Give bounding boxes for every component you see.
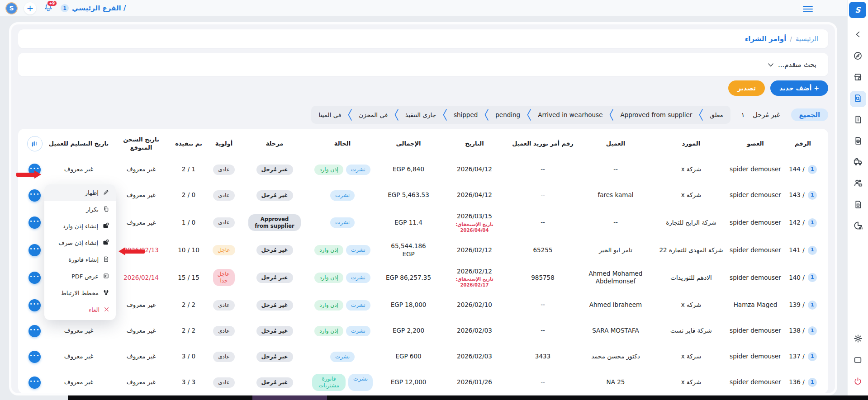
quick-add-button[interactable]: + (24, 2, 36, 14)
table-row[interactable]: 140 /1 spider demouser الادهم للتوريدات … (24, 265, 823, 291)
annotation-arrow-to-create-issue (119, 247, 147, 256)
workflow-tab[interactable]: فى المخزن (359, 111, 388, 118)
sidebar-item-settings[interactable] (850, 331, 866, 348)
ship-date-cell: غير معروف (112, 216, 171, 230)
sidebar-item-goods-doc[interactable] (850, 197, 866, 213)
total-cell: EGP 18,000 (377, 298, 440, 312)
sidebar-item-power[interactable] (850, 374, 866, 390)
context-menu-item[interactable]: إنشاء فاتورة (44, 251, 116, 268)
stage-badge: غير مُرحل (256, 245, 293, 255)
sidebar-item-shipping[interactable] (850, 155, 866, 171)
branch-count-badge: 1 (61, 4, 69, 12)
client-po-cell: 3433 (509, 350, 577, 363)
context-menu-item[interactable]: إنشاء إذن صرف (44, 235, 116, 251)
workflow-tab[interactable]: جارى التنفيذ (405, 111, 436, 118)
box-out-icon (102, 239, 109, 247)
power-icon (853, 376, 863, 388)
advanced-search-toggle[interactable]: بحث متقدم... (18, 53, 828, 76)
priority-badge: عادى (213, 217, 235, 228)
main-area: الرئيسية / أوامر الشراء بحث متقدم... + أ… (0, 16, 847, 400)
status-tabs: الجميع غير مُرحل ١ معلقApproved from sup… (18, 106, 828, 123)
status-badge: إذن وارد (314, 273, 343, 283)
stage-badge: غير مُرحل (256, 300, 293, 311)
context-menu-item[interactable]: الغاء (44, 301, 116, 318)
delivery-date-cell: غير معروف (46, 376, 112, 389)
status-cell: نشرتإذن وارد (308, 323, 377, 339)
column-header: المورد (655, 140, 728, 148)
member-cell: spider demouser (728, 350, 783, 363)
copy-icon (103, 206, 109, 214)
store-icon (853, 72, 863, 84)
workflow-tab[interactable]: Arrived in wearhouse (538, 111, 602, 118)
workflow-tab[interactable]: Approved from supplier (620, 111, 692, 118)
table-row[interactable]: 137 /1 spider demouser شركة x دكتور محسن… (24, 345, 823, 368)
status-cell: نشرت (308, 349, 377, 365)
table-row[interactable]: 138 /1 spider demouser شركة فاير نست SAR… (24, 320, 823, 342)
ship-date-cell: غير معروف (112, 376, 171, 389)
sidebar-item-reports[interactable] (850, 218, 866, 235)
columns-settings-button[interactable] (27, 136, 43, 151)
workflow-tab[interactable]: pending (495, 111, 520, 118)
workflow-tab[interactable]: shipped (454, 111, 478, 118)
row-actions-button[interactable]: ••• (28, 244, 41, 256)
table-row[interactable]: 142 /1 spider demouser شركة الرابح للتجا… (24, 210, 823, 236)
sidebar-item-purchase-orders[interactable] (850, 91, 866, 107)
tab-unposted[interactable]: غير مُرحل (753, 111, 780, 118)
row-actions-button[interactable]: ••• (28, 272, 41, 284)
users-icon (853, 178, 863, 190)
executed-cell: 10 / 10 (171, 244, 207, 257)
total-cell: 65,544.186 EGP (377, 240, 440, 261)
row-actions-button[interactable]: ••• (28, 376, 41, 389)
menu-burger-icon[interactable] (803, 4, 813, 14)
export-button[interactable]: تصدير (728, 80, 765, 96)
context-menu-label: إنشاء فاتورة (68, 256, 99, 263)
row-actions-button[interactable]: ••• (28, 325, 41, 337)
context-menu-item[interactable]: مخطط الارتباط (44, 285, 116, 301)
branch-selector[interactable]: 1 الفرع الرئيسي / (61, 4, 126, 12)
status-badge: نشرت (330, 217, 355, 228)
context-menu-item[interactable]: عرض PDF (44, 268, 116, 285)
sidebar-item-window[interactable] (850, 353, 866, 369)
sidebar-item-collapse[interactable] (850, 27, 866, 43)
row-context-menu: إظهارتكرارإنشاء إذن واردإنشاء إذن صرفإنش… (44, 184, 116, 320)
executed-cell: 2 / 1 (171, 163, 207, 176)
column-header: أولوية (207, 140, 241, 148)
row-actions-button[interactable]: ••• (28, 351, 41, 363)
table-row[interactable]: 136 /1 spider demouser شركة x NA 25 -- 2… (24, 371, 823, 394)
date-cell: 2026/03/15تاريخ الإستحقاق: 2026/04/04 (440, 210, 509, 236)
sidebar-item-invoice-export[interactable] (850, 133, 866, 150)
row-actions-button[interactable]: ••• (28, 216, 41, 229)
tab-all[interactable]: الجميع (791, 108, 828, 121)
priority-badge: عادى (213, 326, 235, 336)
context-menu-item[interactable]: تكرار (44, 201, 116, 218)
company-logo[interactable]: S (5, 2, 18, 14)
table-row[interactable]: 143 /1 spider demouser شركة x fares kama… (24, 184, 823, 207)
ship-date-cell: غير معروف (112, 163, 171, 176)
context-menu-item[interactable]: إظهار (44, 184, 116, 201)
priority-badge: عادى (213, 300, 235, 311)
client-cell: SARA MOSTAFA (577, 324, 655, 338)
table-row[interactable]: 144 /1 spider demouser شركة x -- -- 2026… (24, 158, 823, 181)
notifications-button[interactable]: +9 (43, 2, 54, 14)
chevron-left-icon (854, 30, 863, 41)
sidebar-item-contacts[interactable] (850, 176, 866, 192)
row-actions-button[interactable]: ••• (28, 299, 41, 311)
breadcrumb-home-link[interactable]: الرئيسية (796, 35, 818, 42)
table-row[interactable]: 139 /1 Hamza Maged شركة x Ahmed ibraheem… (24, 294, 823, 316)
workflow-tab[interactable]: معلق (710, 111, 723, 118)
app-logo[interactable]: S (849, 2, 866, 18)
client-po-cell: -- (509, 324, 577, 338)
member-cell: spider demouser (728, 163, 783, 176)
date-cell: 2026/01/26 (440, 376, 509, 389)
member-cell: spider demouser (728, 324, 783, 338)
sidebar-item-store[interactable] (850, 70, 866, 86)
priority-badge: عادى (213, 190, 235, 201)
row-actions-button[interactable]: ••• (28, 189, 41, 202)
sidebar-item-invoice-info[interactable] (850, 112, 866, 128)
pdf-icon (103, 273, 109, 281)
add-new-button[interactable]: + أضف جديد (770, 80, 828, 96)
sidebar-item-dashboard[interactable] (850, 48, 866, 65)
context-menu-item[interactable]: إنشاء إذن وارد (44, 218, 116, 235)
workflow-tab[interactable]: فى المينا (318, 111, 341, 118)
status-badge: إذن وارد (314, 245, 343, 255)
